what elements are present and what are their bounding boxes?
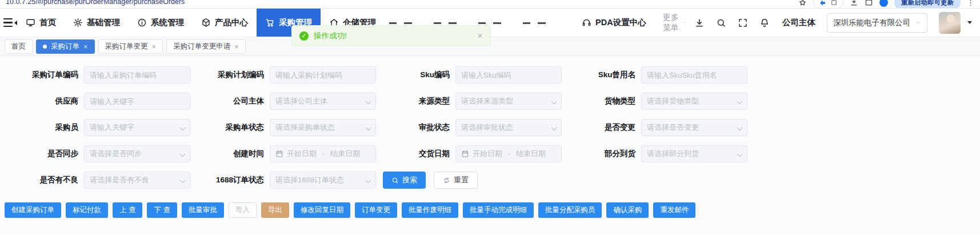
field-label: 公司主体 <box>190 96 264 106</box>
browser-menu-icon[interactable]: ⋮ <box>967 0 974 7</box>
filter-field-cell: 采购订单编码 <box>5 66 190 83</box>
hamburger-icon <box>3 18 13 27</box>
nav-item-info[interactable]: 系统管理 <box>129 9 193 37</box>
tab-page[interactable]: 采购订单变更申请× <box>166 39 246 54</box>
action-button[interactable]: 重发邮件 <box>653 202 695 218</box>
select-field[interactable]: 请选择是否有不良 <box>84 172 190 189</box>
text-input[interactable] <box>461 71 556 79</box>
chevron-down-icon <box>366 177 371 183</box>
tab-home[interactable]: 首页 <box>5 39 33 54</box>
url-bar[interactable]: 10.0.7.25/#/purchase/purOrderManager/pur… <box>6 0 185 8</box>
text-input[interactable] <box>647 71 742 79</box>
bookmark-star-icon[interactable] <box>798 0 807 7</box>
select-field[interactable]: 请输入关键字 <box>84 119 190 136</box>
toast-message: 操作成功! <box>314 31 347 41</box>
filter-field-cell: 是否有不良请选择是否有不良 <box>5 172 190 189</box>
nav-item-cube[interactable]: 产品中心 <box>193 9 257 37</box>
select-placeholder: 请输入关键字 <box>90 122 177 133</box>
export-download-icon[interactable] <box>694 18 705 28</box>
chevron-down-icon <box>366 98 371 104</box>
field-label: 采购单状态 <box>190 122 264 133</box>
downloads-icon[interactable] <box>850 0 858 7</box>
chevron-down-icon <box>551 98 557 104</box>
nav-item-pda[interactable]: PDA设置中心 <box>573 9 655 37</box>
action-button[interactable]: 批量审批 <box>182 202 224 218</box>
field-label: Sku曾用名 <box>562 70 635 80</box>
browser-controls: 重新启动即可更新 ⋮ <box>798 0 974 8</box>
tab-close-icon[interactable]: × <box>83 43 88 50</box>
action-button[interactable]: 批量手动完成明细 <box>463 202 534 218</box>
action-button[interactable]: 批量作废明细 <box>402 202 458 218</box>
filter-field-cell: 采购单状态请选择采购单状态 <box>190 119 376 136</box>
select-field[interactable]: 请选择货物类型 <box>641 93 747 110</box>
company-select[interactable]: 深圳乐能电子有限公司 <box>827 13 927 33</box>
select-placeholder: 请选择审批状态 <box>461 122 549 133</box>
search-button[interactable]: 搜索 <box>383 172 426 189</box>
action-button[interactable]: 下 查 <box>147 202 177 218</box>
more-menu-button[interactable]: 更多菜单 <box>655 9 694 37</box>
select-field[interactable]: 请选择采购单状态 <box>270 119 376 136</box>
text-input[interactable] <box>90 71 185 79</box>
fullscreen-icon[interactable] <box>738 18 748 28</box>
action-button[interactable]: 批量分配采购员 <box>538 202 602 218</box>
text-input-field[interactable] <box>455 66 562 83</box>
action-button[interactable]: 标记付款 <box>66 202 108 218</box>
field-label: 是否同步 <box>5 149 78 159</box>
text-input-field[interactable] <box>84 66 190 83</box>
nav-item-gear[interactable]: 基础管理 <box>65 9 129 37</box>
success-toast: ✓ 操作成功! × <box>291 25 491 46</box>
reset-button[interactable]: 重置 <box>434 172 478 189</box>
extensions-pill[interactable] <box>813 0 843 9</box>
chevron-down-icon <box>366 125 371 130</box>
text-input[interactable] <box>275 71 370 79</box>
tab-label: 采购订单变更申请 <box>173 42 230 51</box>
action-button[interactable]: 修改回复日期 <box>294 202 350 218</box>
search-icon[interactable] <box>716 18 726 28</box>
notification-bell-icon[interactable] <box>759 18 770 28</box>
sidebar-collapse-button[interactable] <box>3 9 17 37</box>
user-avatar[interactable] <box>939 12 961 34</box>
filter-field-cell: Sku曾用名 <box>562 66 747 83</box>
toast-close-icon[interactable]: × <box>477 31 483 41</box>
browser-window-icon[interactable] <box>865 0 873 7</box>
tab-label: 采购订单 <box>51 42 79 51</box>
action-button[interactable]: 上 查 <box>113 202 142 218</box>
tab-close-icon[interactable]: × <box>152 43 157 50</box>
select-field[interactable]: 请选择公司主体 <box>270 93 376 110</box>
action-button[interactable]: 确认采购 <box>606 202 649 218</box>
nav-item-label: 系统管理 <box>151 17 184 28</box>
select-field[interactable]: 请选择来源类型 <box>455 93 562 110</box>
tab-close-icon[interactable]: × <box>234 43 239 50</box>
action-button[interactable]: 订单变更 <box>355 202 397 218</box>
select-field[interactable]: 请选择部分到货 <box>641 145 747 162</box>
select-placeholder: 请选择货物类型 <box>647 96 734 106</box>
blue-arrow-icon <box>819 0 826 6</box>
tab-page[interactable]: 采购订单变更× <box>98 39 163 54</box>
select-field[interactable]: 请选择审批状态 <box>455 119 562 136</box>
browser-profile-icon[interactable] <box>879 0 888 7</box>
filter-field-cell: Sku编码 <box>376 66 562 83</box>
info-icon <box>137 18 147 27</box>
action-button[interactable]: 导出 <box>261 202 289 218</box>
select-field[interactable]: 请选择是否同步 <box>84 145 190 162</box>
text-input[interactable] <box>90 97 185 106</box>
chevron-down-icon <box>737 98 743 104</box>
browser-update-button[interactable]: 重新启动即可更新 <box>894 0 961 9</box>
daterange-field[interactable]: 开始日期-结束日期 <box>455 145 562 162</box>
filter-row: 供应商公司主体请选择公司主体来源类型请选择来源类型货物类型请选择货物类型 <box>5 88 980 114</box>
daterange-field[interactable]: 开始日期-结束日期 <box>270 145 376 162</box>
select-field[interactable]: 请选择1688订单状态 <box>270 172 376 189</box>
field-label: 供应商 <box>5 96 78 106</box>
text-input-field[interactable] <box>84 93 190 110</box>
text-input-field[interactable] <box>270 66 376 83</box>
select-field[interactable]: 请选择是否变更 <box>641 119 747 136</box>
field-label: 是否有不良 <box>5 175 78 185</box>
tab-page[interactable]: 采购订单× <box>36 39 95 54</box>
user-menu-caret-icon[interactable] <box>967 21 972 24</box>
field-label: 采购计划编码 <box>190 70 264 80</box>
text-input-field[interactable] <box>641 66 747 83</box>
action-button[interactable]: 创建采购订单 <box>5 202 61 218</box>
nav-item-monitor[interactable]: 首页 <box>17 9 65 37</box>
filter-field-cell: 审批状态请选择审批状态 <box>376 119 562 136</box>
action-button[interactable]: 导入 <box>229 202 257 218</box>
